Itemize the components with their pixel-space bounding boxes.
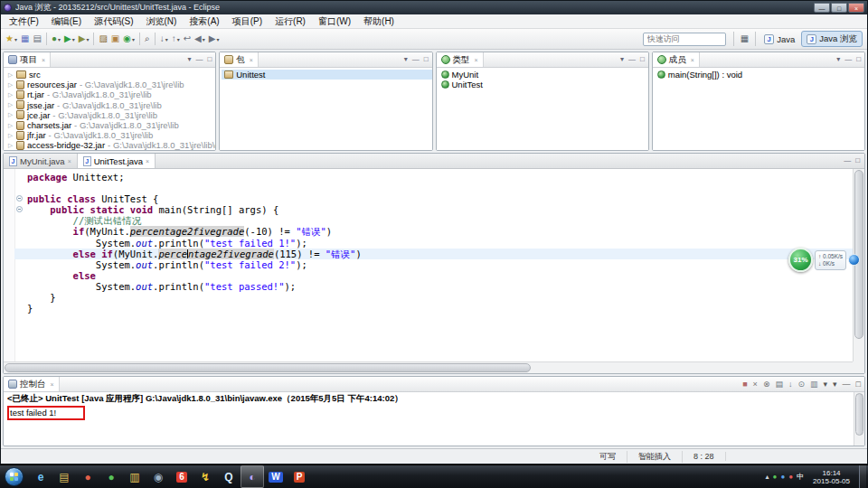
packages-view-minimize-icon[interactable]: — — [412, 56, 420, 63]
recorder-percent-badge[interactable]: 31% — [788, 248, 813, 272]
menu-item-6[interactable]: 运行(R) — [269, 14, 312, 29]
code-line-13[interactable]: } — [4, 303, 853, 314]
code-editor[interactable]: package Unittext;public class UnitTest {… — [4, 169, 864, 373]
code-line-10[interactable]: else — [4, 270, 853, 281]
menu-item-2[interactable]: 源代码(S) — [88, 14, 139, 29]
console-minimize-icon[interactable]: — — [843, 380, 851, 389]
taskbar-icon-media-player[interactable]: ◉ — [146, 465, 170, 488]
open-perspective-button[interactable]: ▦ — [738, 31, 751, 47]
taskbar-icon-powerpoint[interactable]: P — [288, 465, 311, 488]
debug-button[interactable]: ●▾ — [50, 31, 62, 47]
taskbar-icon-folder[interactable]: ▥ — [123, 465, 146, 488]
new-class-button[interactable]: ◉▾ — [121, 31, 137, 47]
tray-network[interactable]: ● — [780, 474, 785, 481]
new-java-project-button[interactable]: ▨ — [97, 31, 108, 47]
projects-view-menu-icon[interactable]: ▾ — [187, 56, 191, 63]
taskbar-icon-internet-explorer[interactable]: e — [29, 465, 52, 488]
types-view-minimize-icon[interactable]: — — [628, 56, 636, 63]
types-view-menu-icon[interactable]: ▾ — [620, 56, 624, 63]
taskbar-icon-file-manager[interactable]: ▤ — [52, 465, 76, 488]
terminate-icon[interactable]: ■ — [742, 380, 747, 389]
console-close-icon[interactable]: × — [51, 381, 54, 388]
editor-minimize-icon[interactable]: — — [844, 157, 851, 164]
taskbar-icon-chrome[interactable]: ● — [76, 465, 99, 488]
next-annotation-button[interactable]: ↓▾ — [158, 31, 170, 47]
member-item-0[interactable]: main(String[]) : void — [655, 70, 864, 80]
packages-view-tab[interactable]: 包 × — [220, 52, 259, 67]
save-button[interactable]: ▦ — [19, 31, 31, 47]
remove-launch-icon[interactable]: × — [753, 380, 758, 389]
tree-item-jfr.jar[interactable]: ▷jfr.jar- G:\Java\jdk1.8.0_31\jre\lib — [5, 130, 215, 140]
code-line-4[interactable]: public static void main(String[] args) { — [4, 204, 853, 215]
packages-view-menu-icon[interactable]: ▾ — [404, 56, 408, 63]
tree-item-resources.jar[interactable]: ▷resources.jar- G:\Java\jdk1.8.0_31\jre\… — [5, 80, 215, 89]
console-view-menu-icon[interactable]: ▾ — [833, 380, 837, 389]
run-external-button[interactable]: ▶▾ — [77, 31, 91, 47]
taskbar-icon-qq[interactable]: Q — [217, 465, 241, 488]
code-line-2[interactable] — [4, 183, 853, 193]
quick-access-input[interactable] — [643, 33, 726, 46]
menu-item-1[interactable]: 编辑(E) — [45, 14, 88, 29]
twistie-icon[interactable]: ▷ — [8, 81, 16, 89]
members-view-tab[interactable]: 成员 × — [653, 52, 700, 67]
taskbar-clock[interactable]: 16:14 2015-05-05 — [807, 469, 855, 485]
run-button[interactable]: ▶▾ — [62, 31, 77, 47]
type-item-UnitTest[interactable]: UnitTest — [439, 80, 648, 89]
members-view-maximize-icon[interactable]: □ — [856, 56, 861, 63]
close-tab-icon[interactable]: × — [146, 158, 149, 164]
projects-view-maximize-icon[interactable]: □ — [207, 56, 212, 63]
code-line-11[interactable]: System.out.println("test passed!"); — [4, 281, 853, 292]
projects-view-tab[interactable]: 项目 × — [4, 52, 51, 67]
editor-tab-0[interactable]: JMyUnit.java× — [4, 154, 78, 168]
console-output-area[interactable]: <已终止> UnitTest [Java 应用程序] G:\Java\jdk1.… — [4, 392, 864, 446]
recorder-overlay[interactable]: 31% ↑ 0.05K/s ↓ 0K/s — [788, 248, 860, 272]
start-button[interactable] — [5, 467, 24, 486]
packages-view-close-icon[interactable]: × — [250, 57, 253, 63]
display-selected-console-icon[interactable]: ▥ — [810, 380, 818, 389]
code-line-3[interactable]: public class UnitTest { — [4, 193, 853, 204]
fold-collapse-icon[interactable] — [16, 206, 23, 212]
title-bar[interactable]: Java 浏览 - 20135212/src/Unittest/UnitTest… — [1, 1, 867, 14]
console-maximize-icon[interactable]: □ — [856, 380, 861, 389]
new-package-button[interactable]: ▣ — [109, 31, 121, 47]
tray-messenger[interactable]: ● — [788, 474, 793, 481]
tray-expand[interactable]: ▴ — [766, 474, 769, 481]
projects-view-close-icon[interactable]: × — [42, 57, 45, 63]
packages-view-maximize-icon[interactable]: □ — [424, 56, 429, 63]
twistie-icon[interactable]: ▷ — [8, 91, 16, 99]
show-desktop-button[interactable] — [859, 465, 866, 488]
menu-item-4[interactable]: 搜索(A) — [183, 14, 225, 29]
tree-item-access-bridge-32.jar[interactable]: ▷access-bridge-32.jar- G:\Java\jdk1.8.0_… — [5, 140, 215, 150]
tree-item-jce.jar[interactable]: ▷jce.jar- G:\Java\jdk1.8.0_31\jre\lib — [5, 110, 215, 120]
open-console-dropdown-icon[interactable]: ▾ — [824, 380, 828, 389]
previous-annotation-button[interactable]: ↑▾ — [170, 31, 182, 47]
types-view-tab[interactable]: 类型 × — [437, 52, 484, 67]
maximize-button[interactable]: □ — [831, 3, 847, 13]
perspective-java-browsing[interactable]: JJava 浏览 — [801, 31, 863, 47]
menu-item-5[interactable]: 项目(P) — [226, 14, 269, 29]
tree-item-src[interactable]: ▷src — [5, 70, 215, 80]
taskbar-icon-360-safe[interactable]: ● — [99, 465, 123, 488]
menu-item-3[interactable]: 浏览(N) — [139, 14, 183, 29]
code-line-1[interactable]: package Unittext; — [4, 172, 853, 183]
code-line-7[interactable]: System.out.println("test failed 1!"); — [4, 238, 853, 249]
console-vscroll-thumb[interactable] — [855, 393, 863, 436]
hscroll-thumb[interactable] — [5, 363, 531, 372]
search-button[interactable]: ⌕ — [143, 31, 152, 47]
code-line-6[interactable]: if(MyUnit.percentage2fivegrade(-10) != "… — [4, 226, 853, 237]
twistie-icon[interactable]: ▷ — [8, 111, 16, 118]
members-view-minimize-icon[interactable]: — — [844, 56, 852, 63]
print-button[interactable]: ▤ — [31, 31, 42, 47]
console-vertical-scrollbar[interactable] — [854, 392, 864, 446]
remove-all-terminated-icon[interactable]: ⊗ — [763, 380, 770, 389]
scroll-lock-icon[interactable]: ↓ — [788, 380, 793, 389]
close-tab-icon[interactable]: × — [68, 158, 71, 164]
perspective-java[interactable]: JJava — [760, 31, 799, 47]
fold-collapse-icon[interactable] — [16, 195, 23, 202]
ime-indicator[interactable]: 中 — [797, 474, 804, 481]
console-tab[interactable]: 控制台 × — [4, 377, 60, 391]
editor-maximize-icon[interactable]: □ — [855, 157, 860, 164]
last-edit-location-button[interactable]: ↩ — [182, 31, 193, 47]
tray-security[interactable]: ● — [773, 474, 778, 481]
code-line-5[interactable]: //测试出错情况 — [4, 215, 853, 226]
